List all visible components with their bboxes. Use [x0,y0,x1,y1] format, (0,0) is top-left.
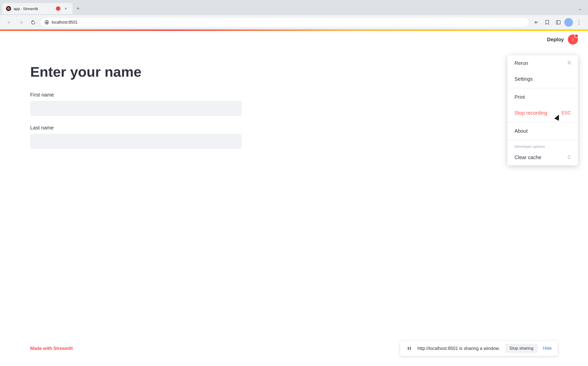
menu-item-stop-recording[interactable]: Stop recording ESC [507,105,578,121]
forward-button[interactable] [16,17,26,27]
developer-options-label: Developer options [507,141,578,150]
svg-rect-7 [410,347,411,350]
menu-divider-1 [507,88,578,88]
menu-divider-2 [507,122,578,122]
bookmark-button[interactable] [542,17,552,27]
stop-sharing-button[interactable]: Stop sharing [505,344,538,353]
tab-favicon [6,6,11,11]
first-name-group: First name [30,92,558,116]
new-tab-button[interactable]: + [74,4,83,13]
sidebar-button[interactable] [553,17,563,27]
tab-favicon-inner [7,7,10,10]
streamlit-toolbar: Deploy [0,30,588,49]
footer: Made with Streamlit http://localhost:850… [0,341,588,356]
made-with-text: Made with Streamlit [30,346,73,351]
hide-button[interactable]: Hide [543,346,552,351]
page-heading: Enter your name [30,64,558,80]
hamburger-dropdown-menu: Rerun R Settings Print Stop recording ES… [507,55,578,165]
back-button[interactable] [4,17,14,27]
profile-button[interactable] [564,18,573,27]
pause-icon [406,345,412,351]
tab-close-button[interactable]: ✕ [63,6,68,11]
more-options-button[interactable]: ⋮ [574,17,584,27]
lock-icon [45,20,49,25]
main-content: Enter your name First name Last name [0,49,588,173]
address-bar[interactable]: localhost:8501 [40,17,529,27]
svg-rect-2 [556,21,560,24]
tab-dropdown-button[interactable]: ⌄ [578,6,582,11]
menu-icon [570,37,575,42]
last-name-label: Last name [30,125,558,131]
last-name-group: Last name [30,125,558,149]
svg-rect-6 [408,347,409,350]
sharing-bar: http://localhost:8501 is sharing a windo… [400,341,558,356]
tab-bar: app · Streamlit ✕ + ⌄ [0,0,588,15]
nav-bar: localhost:8501 ⋮ [0,15,588,30]
reload-button[interactable] [28,17,38,27]
menu-item-print[interactable]: Print [507,89,578,105]
deploy-button[interactable]: Deploy [543,35,568,44]
svg-point-3 [573,38,573,39]
hamburger-menu-button[interactable] [568,34,578,44]
first-name-label: First name [30,92,558,98]
first-name-input[interactable] [30,101,242,116]
sharing-text: http://localhost:8501 is sharing a windo… [417,346,500,351]
svg-rect-1 [46,22,48,24]
browser-chrome: app · Streamlit ✕ + ⌄ localhost:8501 [0,0,588,30]
svg-point-4 [573,39,573,40]
nav-actions: ⋮ [531,17,584,27]
app-content: Deploy Enter your name First name Last n… [0,30,588,366]
active-tab[interactable]: app · Streamlit ✕ [2,3,72,14]
last-name-input[interactable] [30,134,242,149]
tab-title: app · Streamlit [14,7,53,11]
recording-dot-icon [56,6,60,11]
share-button[interactable] [531,17,541,27]
menu-item-about[interactable]: About [507,123,578,139]
brand-name: Streamlit [53,346,73,351]
menu-item-settings[interactable]: Settings [507,71,578,87]
menu-item-clear-cache[interactable]: Clear cache C [507,150,578,165]
svg-point-5 [573,40,573,41]
menu-item-rerun[interactable]: Rerun R [507,55,578,71]
url-text: localhost:8501 [52,20,525,25]
menu-divider-3 [507,140,578,140]
